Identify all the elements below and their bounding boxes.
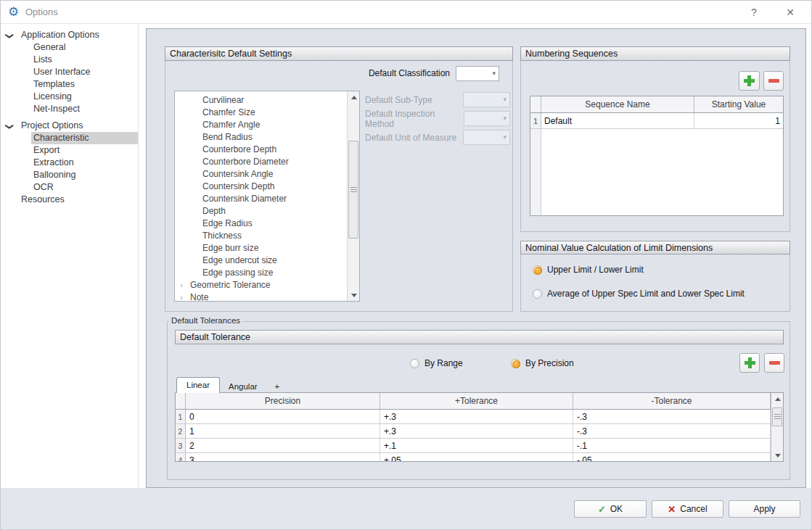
- remove-tolerance-button[interactable]: [764, 353, 784, 373]
- default-unit-of-measure-dropdown: ▾: [463, 130, 510, 145]
- cancel-button[interactable]: ✕ Cancel: [652, 500, 723, 518]
- tree-item-note[interactable]: › Note: [175, 291, 359, 302]
- tree-item-geometric-tolerance[interactable]: › Geometric Tolerance: [175, 279, 359, 291]
- column-header-sequence-name[interactable]: Sequence Name: [541, 96, 694, 112]
- sidebar-item-ballooning[interactable]: Ballooning: [31, 169, 138, 181]
- sidebar-item-net-inspect[interactable]: Net-Inspect: [31, 103, 138, 115]
- by-precision-option[interactable]: By Precision: [511, 358, 574, 368]
- chevron-down-icon[interactable]: ❯: [4, 123, 16, 130]
- sidebar-item-extraction[interactable]: Extraction: [31, 157, 138, 169]
- tree-item[interactable]: Depth: [175, 205, 359, 218]
- sidebar-item-application-options[interactable]: ❯ Application Options: [1, 29, 138, 41]
- scroll-down-icon[interactable]: [348, 289, 360, 301]
- chevron-down-icon[interactable]: ❯: [4, 33, 16, 39]
- average-spec-limit-option[interactable]: Average of Upper Spec Limit and Lower Sp…: [533, 289, 745, 299]
- radio-unselected-icon[interactable]: [410, 359, 419, 368]
- column-header-precision[interactable]: Precision: [186, 393, 380, 409]
- tree-item[interactable]: Counterbore Depth: [175, 144, 359, 156]
- sidebar-item-licensing[interactable]: Licensing: [31, 91, 138, 103]
- tab-angular[interactable]: Angular: [220, 380, 266, 393]
- tree-item[interactable]: Edge passing size: [175, 267, 359, 279]
- table-row[interactable]: 4 3 +.05 -.05: [176, 453, 783, 462]
- tree-item[interactable]: Edge burr size: [175, 242, 359, 254]
- tree-item[interactable]: Thickness: [175, 230, 359, 242]
- by-range-label[interactable]: By Range: [425, 358, 463, 368]
- upper-lower-limit-option[interactable]: Upper Limit / Lower Limit: [533, 265, 644, 275]
- precision-cell[interactable]: 1: [186, 424, 380, 438]
- sidebar-item-lists[interactable]: Lists: [31, 54, 138, 66]
- radio-unselected-icon[interactable]: [533, 289, 542, 299]
- help-button[interactable]: ?: [743, 4, 765, 21]
- titlebar[interactable]: ⚙ Options ? ✕: [1, 1, 811, 24]
- tree-item[interactable]: Chamfer Size: [175, 107, 359, 119]
- upper-lower-limit-label[interactable]: Upper Limit / Lower Limit: [547, 265, 644, 275]
- column-header-starting-value[interactable]: Starting Value: [694, 96, 783, 112]
- tree-item[interactable]: Countersink Angle: [175, 168, 359, 181]
- by-precision-label[interactable]: By Precision: [525, 358, 574, 368]
- scroll-down-icon[interactable]: [771, 450, 784, 461]
- sidebar-item-characteristic[interactable]: Characteristic: [31, 132, 138, 144]
- tab-linear[interactable]: Linear: [176, 377, 220, 393]
- nominal-value-header: Nominal Value Calculation of Limit Dimen…: [520, 241, 790, 254]
- default-classification-dropdown[interactable]: ▾: [456, 66, 499, 81]
- tree-item[interactable]: Countersink Depth: [175, 181, 359, 193]
- average-spec-limit-label[interactable]: Average of Upper Spec Limit and Lower Sp…: [547, 289, 745, 299]
- tree-items: Curvilinear Chamfer Size Chamfer Angle B…: [175, 91, 359, 302]
- apply-button[interactable]: Apply: [729, 500, 800, 518]
- sidebar-item-project-options[interactable]: ❯ Project Options: [1, 120, 138, 132]
- plus-tolerance-cell[interactable]: +.3: [380, 424, 573, 438]
- tree-item[interactable]: Bend Radius: [175, 131, 359, 144]
- minus-tolerance-cell[interactable]: -.3: [573, 424, 771, 438]
- sidebar-item-templates[interactable]: Templates: [31, 78, 138, 91]
- close-button[interactable]: ✕: [779, 4, 801, 21]
- tree-item[interactable]: Counterbore Diameter: [175, 156, 359, 168]
- sidebar-item-export[interactable]: Export: [31, 144, 138, 157]
- tree-item[interactable]: Edge Radius: [175, 218, 359, 230]
- scrollbar-thumb[interactable]: [772, 407, 782, 426]
- radio-selected-icon[interactable]: [511, 359, 520, 368]
- table-row[interactable]: 3 2 +.1 -.1: [176, 439, 783, 453]
- row-header-cell: [530, 96, 541, 112]
- starting-value-cell[interactable]: 1: [694, 113, 783, 128]
- add-sequence-button[interactable]: [739, 71, 760, 91]
- chevron-right-icon[interactable]: ›: [180, 291, 183, 302]
- tree-item[interactable]: Curvilinear: [175, 94, 359, 107]
- column-header-minus-tolerance[interactable]: -Tolerance: [573, 393, 771, 409]
- sidebar-item-resources[interactable]: Resources: [1, 194, 138, 206]
- radio-selected-icon[interactable]: [533, 265, 542, 275]
- default-tolerances-group: Default Tolerances Default Tolerance By …: [167, 321, 790, 480]
- ok-button[interactable]: ✓ OK: [574, 500, 647, 518]
- tree-scrollbar[interactable]: [347, 91, 359, 301]
- precision-cell[interactable]: 3: [186, 453, 380, 462]
- plus-tolerance-cell[interactable]: +.05: [380, 453, 573, 462]
- plus-tolerance-cell[interactable]: +.3: [380, 410, 573, 423]
- scrollbar-thumb[interactable]: [348, 141, 358, 239]
- table-row[interactable]: 1 Default 1: [530, 113, 783, 129]
- default-sub-type-row: Default Sub-Type ▾: [365, 92, 510, 107]
- table-row[interactable]: 1 0 +.3 -.3: [176, 410, 783, 424]
- scroll-up-icon[interactable]: [348, 91, 360, 103]
- sidebar-item-general[interactable]: General: [31, 41, 138, 54]
- add-tolerance-button[interactable]: [739, 353, 760, 373]
- scroll-up-icon[interactable]: [771, 393, 784, 405]
- column-header-plus-tolerance[interactable]: +Tolerance: [380, 393, 573, 409]
- by-range-option[interactable]: By Range: [410, 358, 463, 368]
- sidebar-item-user-interface[interactable]: User Interface: [31, 66, 138, 78]
- sidebar-item-ocr[interactable]: OCR: [31, 181, 138, 194]
- table-row[interactable]: 2 1 +.3 -.3: [176, 424, 783, 439]
- tree-item[interactable]: Countersink Diameter: [175, 193, 359, 205]
- minus-tolerance-cell[interactable]: -.05: [573, 453, 771, 462]
- chevron-right-icon[interactable]: ›: [180, 279, 183, 291]
- tree-item[interactable]: Chamfer Angle: [175, 119, 359, 131]
- minus-tolerance-cell[interactable]: -.1: [573, 439, 771, 452]
- precision-cell[interactable]: 2: [186, 439, 380, 452]
- minus-tolerance-cell[interactable]: -.3: [573, 410, 771, 423]
- plus-tolerance-cell[interactable]: +.1: [380, 439, 573, 452]
- tree-item[interactable]: Edge undercut size: [175, 254, 359, 267]
- remove-sequence-button[interactable]: [763, 71, 784, 91]
- tab-add[interactable]: +: [266, 380, 289, 393]
- default-tolerance-header: Default Tolerance: [175, 330, 784, 344]
- precision-cell[interactable]: 0: [186, 410, 380, 423]
- sequence-name-cell[interactable]: Default: [541, 113, 694, 128]
- tolerance-table-scrollbar[interactable]: [771, 393, 783, 461]
